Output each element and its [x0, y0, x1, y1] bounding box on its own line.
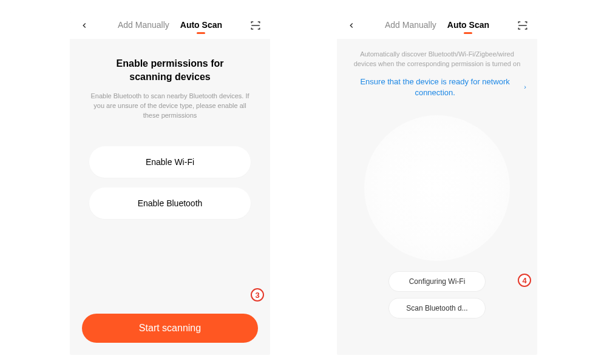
screen-scanning: Add Manually Auto Scan Automatically dis…: [337, 12, 537, 355]
enable-wifi-button[interactable]: Enable Wi-Fi: [89, 146, 251, 178]
device-ready-link[interactable]: Ensure that the device is ready for netw…: [348, 76, 526, 98]
tab-add-manually[interactable]: Add Manually: [118, 20, 169, 32]
tab-auto-scan[interactable]: Auto Scan: [447, 20, 489, 32]
back-icon[interactable]: [345, 19, 358, 32]
tab-add-manually[interactable]: Add Manually: [385, 20, 436, 32]
device-ready-label: Ensure that the device is ready for netw…: [348, 76, 522, 98]
scanning-radar: [364, 115, 510, 261]
enable-bluetooth-button[interactable]: Enable Bluetooth: [89, 187, 251, 219]
scan-frame-icon[interactable]: [249, 19, 262, 32]
step-badge: 3: [251, 288, 264, 302]
configuring-wifi-button[interactable]: Configuring Wi-Fi: [388, 271, 486, 292]
tab-bar: Add Manually Auto Scan: [358, 20, 517, 32]
permissions-heading: Enable permissions for scanning devices: [82, 57, 258, 83]
start-scanning-button[interactable]: Start scanning: [82, 314, 258, 343]
permissions-subtext: Enable Bluetooth to scan nearby Bluetoot…: [82, 92, 258, 121]
scan-frame-icon[interactable]: [517, 19, 529, 32]
discover-description: Automatically discover Bluetooth/Wi-Fi/Z…: [348, 50, 526, 69]
content-area: Automatically discover Bluetooth/Wi-Fi/Z…: [337, 39, 537, 261]
back-icon[interactable]: [78, 19, 90, 32]
tab-bar: Add Manually Auto Scan: [90, 20, 249, 32]
status-pills: Configuring Wi-Fi Scan Bluetooth d...: [337, 271, 537, 318]
permission-options: Enable Wi-Fi Enable Bluetooth: [82, 146, 258, 219]
header: Add Manually Auto Scan: [337, 12, 537, 39]
header: Add Manually Auto Scan: [70, 12, 270, 39]
chevron-right-icon: ›: [524, 83, 526, 92]
content-area: Enable permissions for scanning devices …: [70, 39, 270, 219]
tab-auto-scan[interactable]: Auto Scan: [180, 20, 222, 32]
step-badge: 4: [518, 274, 531, 287]
scan-bluetooth-button[interactable]: Scan Bluetooth d...: [388, 298, 486, 318]
screen-permissions: Add Manually Auto Scan Enable permission…: [70, 12, 270, 355]
